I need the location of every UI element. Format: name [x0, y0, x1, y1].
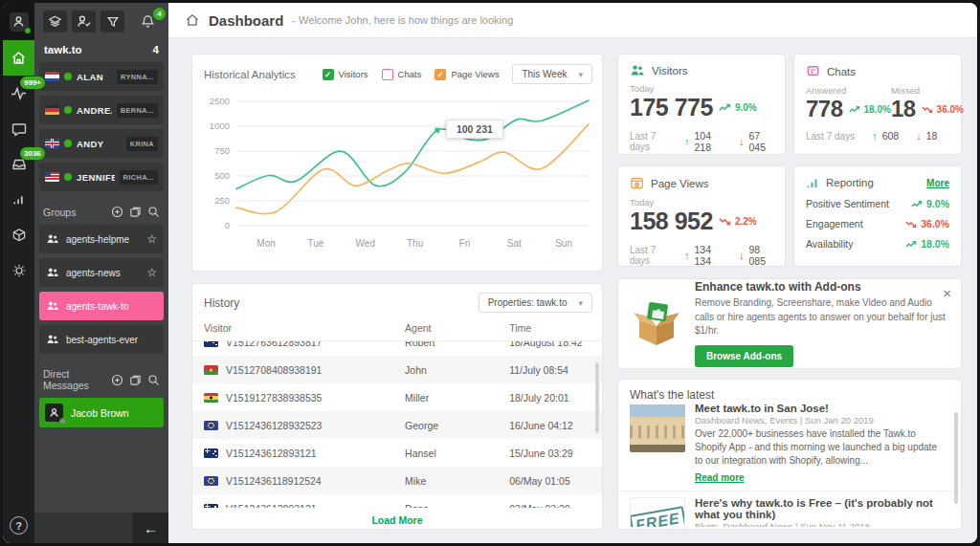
flag-uk-icon: [45, 139, 59, 148]
agent-list-item[interactable]: ANDREAS BERNA...: [39, 96, 164, 124]
group-people-icon: [46, 334, 59, 345]
help-button[interactable]: ?: [10, 516, 28, 535]
reporting-card: Reporting More Positive Sentiment 9.0% E…: [793, 165, 962, 267]
nav-activity[interactable]: 999+: [3, 76, 34, 111]
properties-button[interactable]: [43, 11, 67, 33]
table-row[interactable]: V1519127838938535 Miller 18/July 20:01: [192, 383, 602, 411]
flag-burkina-faso-icon: [204, 365, 218, 375]
chart-tooltip: 100 231: [446, 120, 503, 139]
group-name: best-agents-ever: [66, 335, 157, 345]
table-row[interactable]: V1512708408938191 John 11/July 08:54: [192, 356, 602, 383]
history-table-header: Visitor Agent Time: [192, 319, 602, 341]
agent-tag-badge: KRINA: [126, 137, 158, 151]
news-item[interactable]: FREE Here's why tawk.to is Free – (it's …: [618, 491, 961, 527]
online-status-dot: [64, 106, 72, 114]
table-row[interactable]: V151243612893121 Dona 03/May 03:29: [192, 494, 602, 508]
svg-text:Mon: Mon: [256, 238, 275, 249]
search-icon[interactable]: [147, 374, 160, 386]
news-image-san-jose: [630, 404, 685, 452]
profile-button[interactable]: [3, 3, 34, 40]
nav-inbox[interactable]: 3036: [3, 146, 34, 182]
nav-addons[interactable]: [3, 217, 34, 252]
group-people-icon: [46, 233, 59, 245]
star-icon[interactable]: ☆: [146, 232, 157, 246]
copy-icon[interactable]: [129, 374, 142, 386]
agent-tag-badge: BERNA...: [117, 103, 158, 118]
news-image-free: FREE: [630, 497, 685, 527]
arrow-up-icon: ↑: [684, 250, 690, 261]
flag-australia-icon: [204, 448, 218, 458]
pageviews-trend: 2.2%: [719, 216, 757, 227]
close-icon[interactable]: ×: [943, 285, 951, 301]
svg-text:Sat: Sat: [507, 238, 522, 249]
home-icon: [11, 50, 27, 66]
svg-text:500: 500: [214, 170, 230, 181]
page-views-icon: [630, 176, 644, 190]
nav-home[interactable]: [3, 40, 34, 76]
table-row[interactable]: V1512436118912524 Mike 06/May 01:05: [192, 467, 602, 494]
filter-button[interactable]: [100, 11, 124, 33]
nav-reports[interactable]: [3, 182, 34, 217]
flag-usa-icon: [45, 172, 59, 182]
legend-visitors-checkbox[interactable]: Visitors: [323, 69, 368, 80]
svg-text:Thu: Thu: [407, 238, 423, 249]
date-range-dropdown[interactable]: This Week: [512, 64, 592, 84]
group-item-agents-tawk-to-selected[interactable]: agents-tawk-to: [39, 292, 164, 320]
svg-text:Sun: Sun: [555, 238, 572, 249]
reporting-row: Availability 18.0%: [806, 238, 949, 250]
news-item-meta: Dashboard News, Events | Sun Jan 20 2019: [695, 415, 947, 426]
card-label: Reporting: [826, 177, 874, 188]
visitors-people-icon: [630, 64, 645, 76]
search-icon[interactable]: [147, 206, 160, 218]
group-item-best-agents-ever[interactable]: best-agents-ever: [39, 325, 164, 354]
properties-filter-dropdown[interactable]: Properties: tawk.to: [479, 293, 592, 313]
trend-up-icon: [719, 103, 732, 112]
main-area: Dashboard - Welcome John, here is how th…: [168, 3, 977, 543]
agent-list-item[interactable]: ALAN RYNNA...: [39, 62, 164, 91]
legend-chats-checkbox[interactable]: Chats: [382, 69, 422, 80]
chats-card: Chats Answered 778 18.0%: [793, 54, 962, 155]
filter-icon: [106, 15, 120, 29]
nav-settings[interactable]: [3, 252, 34, 288]
legend-pageviews-checkbox[interactable]: Page Views: [434, 69, 499, 80]
reporting-more-link[interactable]: More: [926, 178, 949, 188]
news-scrollbar[interactable]: [954, 412, 958, 504]
agent-list-item[interactable]: JENNIFER RICHA...: [39, 163, 164, 191]
card-label: Chats: [827, 66, 856, 77]
page-views-card: Page Views Today 158 952 2.2% Last 7 day…: [617, 165, 786, 267]
agent-list-item[interactable]: ANDY KRINA: [39, 129, 164, 158]
property-row[interactable]: tawk.to 4: [34, 39, 168, 62]
group-item-agents-helpme[interactable]: agents-helpme ☆: [39, 225, 164, 253]
notifications-button[interactable]: 4: [136, 11, 160, 33]
pageviews-today-value: 158 952: [630, 208, 713, 235]
add-group-icon[interactable]: [111, 206, 123, 218]
news-item[interactable]: Meet tawk.to in San Jose! Dashboard News…: [618, 404, 961, 491]
news-item-body: Over 22,000+ businesses have installed t…: [695, 427, 947, 468]
dm-name: Jacob Brown: [71, 407, 129, 419]
browse-addons-button[interactable]: Browse Add-ons: [695, 345, 793, 367]
collapse-sidebar-button[interactable]: ←: [133, 513, 168, 543]
table-scrollbar[interactable]: [595, 362, 599, 433]
group-item-agents-news[interactable]: agents-news ☆: [39, 258, 164, 287]
table-row[interactable]: V151243612893121 Hansel 15/June 03:29: [192, 439, 602, 467]
svg-text:1000: 1000: [210, 120, 230, 131]
copy-icon[interactable]: [129, 206, 142, 218]
nav-chats[interactable]: [3, 111, 34, 146]
visitors-trend: 9.0%: [719, 102, 757, 113]
group-people-icon: [46, 300, 59, 312]
agent-assign-button[interactable]: [72, 11, 96, 33]
checkbox-checked-icon: [323, 69, 334, 80]
table-row[interactable]: V1512436128932523 George 16/June 04:12: [192, 411, 602, 439]
load-more-button[interactable]: Load More: [192, 508, 602, 533]
arrow-left-icon: ←: [144, 520, 158, 536]
card-label: Page Views: [651, 178, 709, 189]
read-more-link[interactable]: Read more: [695, 472, 745, 483]
visitors-today-value: 175 775: [630, 95, 713, 121]
dm-item-jacob-brown-selected[interactable]: Jacob Brown: [39, 398, 164, 427]
star-icon[interactable]: ☆: [146, 266, 157, 279]
add-dm-icon[interactable]: [111, 374, 123, 386]
table-row[interactable]: V1512763612893817 Robert 18/August 18:42: [192, 341, 602, 356]
news-list: Meet tawk.to in San Jose! Dashboard News…: [618, 404, 961, 527]
chart-canvas: 025050075010002500MonTueWedThuFriSatSun: [204, 86, 592, 258]
online-status-dot: [24, 27, 32, 34]
